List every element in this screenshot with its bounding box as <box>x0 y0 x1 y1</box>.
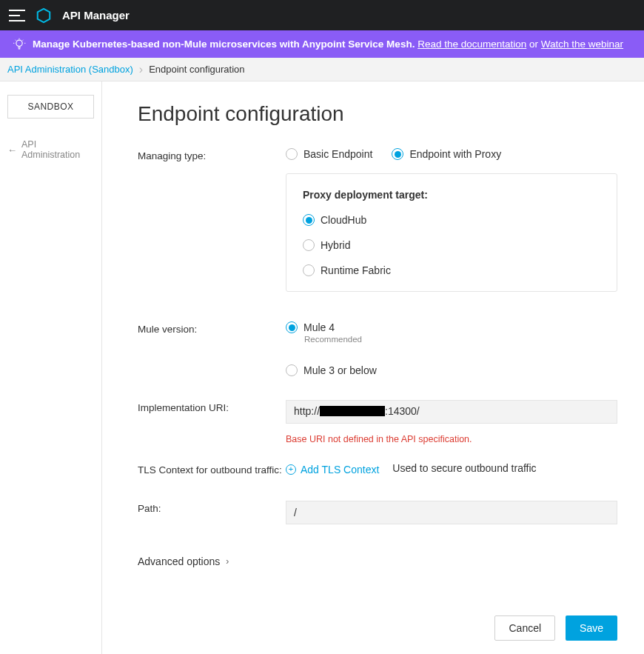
radio-basic-endpoint[interactable]: Basic Endpoint <box>286 148 372 160</box>
label-impl-uri: Implementation URI: <box>138 400 286 444</box>
back-link-label: API Administration <box>21 139 94 160</box>
radio-runtime-fabric-label: Runtime Fabric <box>321 264 391 276</box>
save-button[interactable]: Save <box>566 615 617 641</box>
cancel-button[interactable]: Cancel <box>494 615 555 641</box>
radio-basic-endpoint-label: Basic Endpoint <box>303 148 372 160</box>
proxy-target-panel: Proxy deployment target: CloudHub Hybrid… <box>286 173 617 292</box>
label-managing-type: Managing type: <box>138 148 286 298</box>
label-mule-version: Mule version: <box>138 321 286 376</box>
environment-selector[interactable]: SANDBOX <box>7 95 94 119</box>
logo-icon <box>36 7 52 24</box>
advanced-options-toggle[interactable]: Advanced options › <box>138 555 229 567</box>
add-tls-context-link[interactable]: + Add TLS Context <box>286 464 379 476</box>
breadcrumb-sep-icon: › <box>139 63 143 76</box>
radio-endpoint-with-proxy-label: Endpoint with Proxy <box>409 148 501 160</box>
impl-uri-prefix: http:// <box>294 405 320 417</box>
label-tls: TLS Context for outbound traffic: <box>138 462 286 477</box>
radio-cloudhub[interactable]: CloudHub <box>303 214 600 226</box>
radio-hybrid-label: Hybrid <box>321 239 350 251</box>
menu-icon[interactable] <box>9 10 25 21</box>
mule4-recommended: Recommended <box>304 335 617 344</box>
advanced-options-label: Advanced options <box>138 555 220 567</box>
radio-hybrid[interactable]: Hybrid <box>303 239 600 251</box>
top-bar: API Manager <box>0 0 644 30</box>
page-title: Endpoint configuration <box>138 102 617 126</box>
plus-circle-icon: + <box>286 464 296 475</box>
sidebar: SANDBOX ← API Administration <box>0 81 102 654</box>
announcement-banner: Manage Kubernetes-based non-Mule microse… <box>0 30 644 58</box>
impl-uri-error: Base URI not defined in the API specific… <box>286 434 617 444</box>
path-input[interactable] <box>286 501 617 524</box>
radio-mule4[interactable]: Mule 4 <box>286 321 617 333</box>
radio-cloudhub-label: CloudHub <box>321 214 366 226</box>
radio-mule4-label: Mule 4 <box>303 321 335 333</box>
chevron-right-icon: › <box>226 556 229 567</box>
impl-uri-input[interactable]: http://:14300/ <box>286 400 617 424</box>
tls-hint: Used to secure outbound traffic <box>392 462 536 474</box>
lightbulb-icon <box>12 37 27 52</box>
banner-link-webinar[interactable]: Watch the webinar <box>541 39 623 50</box>
add-tls-context-label: Add TLS Context <box>301 464 379 476</box>
arrow-left-icon: ← <box>7 144 17 156</box>
proxy-target-title: Proxy deployment target: <box>303 189 600 201</box>
breadcrumb-current: Endpoint configuration <box>149 64 244 75</box>
banner-or: or <box>529 39 541 50</box>
banner-bold: Manage Kubernetes-based non-Mule microse… <box>33 39 415 50</box>
form-footer: Cancel Save <box>138 586 617 641</box>
breadcrumb: API Administration (Sandbox) › Endpoint … <box>0 58 644 81</box>
impl-uri-suffix: :14300/ <box>385 405 420 417</box>
impl-uri-redacted <box>320 406 385 416</box>
main-content: Endpoint configuration Managing type: Ba… <box>102 81 644 654</box>
label-path: Path: <box>138 501 286 524</box>
radio-runtime-fabric[interactable]: Runtime Fabric <box>303 264 600 276</box>
radio-mule3[interactable]: Mule 3 or below <box>286 364 617 376</box>
breadcrumb-link[interactable]: API Administration (Sandbox) <box>7 64 133 75</box>
back-link[interactable]: ← API Administration <box>7 139 94 160</box>
svg-point-0 <box>16 40 22 46</box>
radio-endpoint-with-proxy[interactable]: Endpoint with Proxy <box>392 148 501 160</box>
banner-link-docs[interactable]: Read the documentation <box>417 39 526 50</box>
radio-mule3-label: Mule 3 or below <box>303 364 377 376</box>
app-title: API Manager <box>62 9 130 21</box>
